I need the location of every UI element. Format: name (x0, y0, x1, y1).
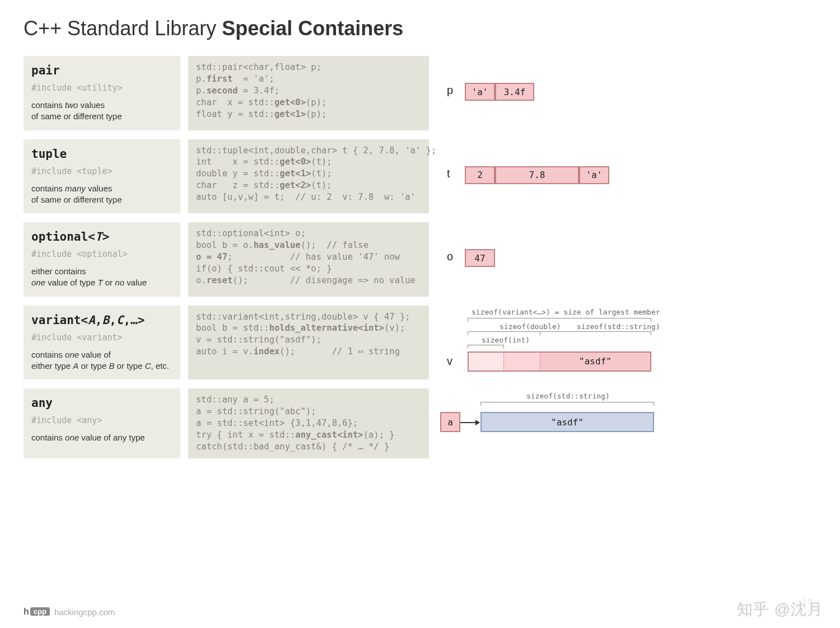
footer-logo: hcpp (24, 607, 50, 617)
container-row: tuple#include <tuple>contains many value… (24, 139, 816, 214)
container-info: variant<A,B,C,…>#include <variant>contai… (24, 306, 180, 380)
memory-cell: 7.8 (495, 166, 579, 184)
var-label: p (447, 84, 453, 97)
watermark: 知乎 @沈月 (737, 599, 823, 620)
code-example: std::tuple<int,double,char> t { 2, 7.8, … (188, 139, 429, 214)
container-info: pair#include <utility>contains two value… (24, 56, 180, 130)
container-name: pair (31, 64, 172, 77)
var-label: o (447, 250, 453, 263)
size-note: sizeof(std::string) (577, 322, 660, 331)
memory-cell: "asdf" (540, 352, 651, 372)
container-name: any (31, 396, 172, 410)
container-description: contains one value of any type (31, 432, 172, 443)
container-name: tuple (31, 147, 172, 161)
container-description: contains many valuesof same or different… (31, 183, 172, 206)
brace-icon (468, 331, 651, 335)
container-diagram: sizeof(variant<…>) = size of largest mem… (437, 306, 816, 380)
brace-icon (468, 318, 651, 321)
container-row: any#include <any>contains one value of a… (24, 388, 816, 458)
memory-cell: "asdf" (480, 412, 654, 432)
page-title: C++ Standard Library Special Containers (24, 17, 816, 40)
brace-icon (468, 345, 504, 348)
code-example: std::variant<int,string,double> v { 47 }… (188, 306, 429, 380)
size-note: sizeof(std::string) (526, 392, 610, 400)
footer: hcpp hackingcpp.com (24, 607, 115, 617)
size-note: sizeof(variant<…>) = size of largest mem… (472, 308, 660, 316)
memory-cell: 'a' (579, 166, 609, 184)
container-description: contains two valuesof same or different … (31, 100, 172, 123)
container-info: any#include <any>contains one value of a… (24, 388, 180, 458)
include-directive: #include <variant> (31, 332, 172, 343)
include-directive: #include <tuple> (31, 166, 172, 176)
size-note: sizeof(double) (500, 322, 561, 331)
title-prefix: C++ Standard Library (24, 17, 222, 40)
footer-logo-h: h (24, 607, 29, 616)
container-description: contains one value ofeither type A or ty… (31, 349, 172, 372)
container-row: optional<T>#include <optional>either con… (24, 222, 816, 297)
container-row: pair#include <utility>contains two value… (24, 56, 816, 130)
code-example: std::optional<int> o; bool b = o.has_val… (188, 222, 429, 297)
arrow-icon (460, 422, 479, 423)
include-directive: #include <optional> (31, 249, 172, 259)
include-directive: #include <any> (31, 415, 172, 425)
container-row: variant<A,B,C,…>#include <variant>contai… (24, 306, 816, 380)
container-name: variant<A,B,C,…> (31, 313, 172, 327)
title-bold: Special Containers (222, 17, 403, 40)
memory-cell: a (440, 412, 460, 432)
memory-cell: 3.4f (495, 83, 534, 101)
container-info: tuple#include <tuple>contains many value… (24, 139, 180, 214)
memory-cell (468, 352, 504, 372)
code-example: std::pair<char,float> p; p.first = 'a'; … (188, 56, 429, 130)
memory-cell: 47 (465, 249, 495, 267)
footer-logo-box: cpp (30, 607, 50, 616)
container-description: either containsone value of type T or no… (31, 266, 172, 289)
memory-cell: 2 (465, 166, 495, 184)
footer-site: hackingcpp.com (54, 607, 115, 617)
container-diagram: p'a'3.4f (437, 56, 816, 130)
container-name: optional<T> (31, 230, 172, 243)
size-note: sizeof(int) (482, 336, 530, 344)
code-example: std::any a = 5; a = std::string("abc"); … (188, 388, 429, 458)
container-diagram: sizeof(std::string) a "asdf" (437, 388, 816, 458)
memory-cell: 'a' (465, 83, 495, 101)
include-directive: #include <utility> (31, 83, 172, 93)
var-label: t (447, 167, 450, 180)
memory-cell (504, 352, 540, 372)
container-info: optional<T>#include <optional>either con… (24, 222, 180, 297)
container-diagram: t27.8'a' (437, 139, 816, 214)
brace-icon (480, 402, 654, 405)
container-diagram: o47 (437, 222, 816, 297)
var-label: v (447, 355, 452, 368)
